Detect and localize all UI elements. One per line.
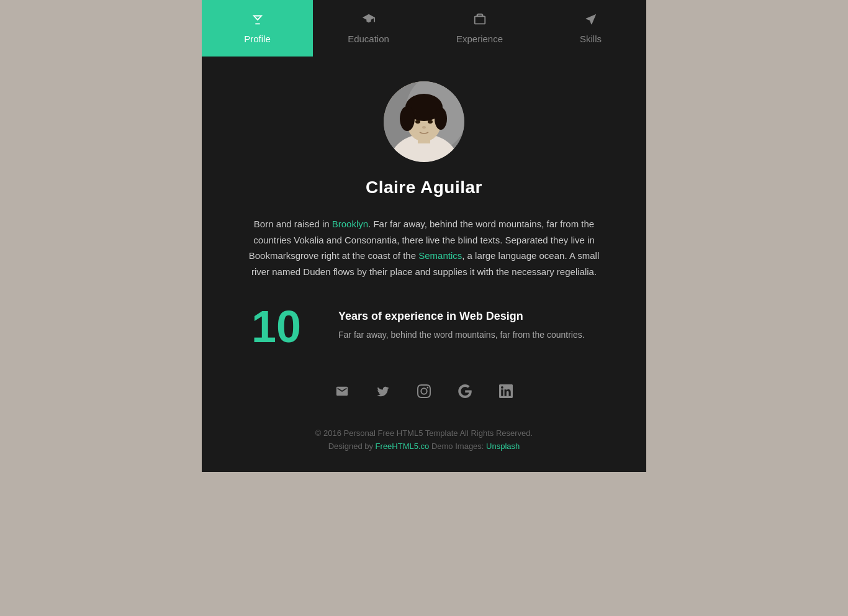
stat-title: Years of experience in Web Design — [338, 309, 585, 324]
person-name: Claire Aguilar — [202, 178, 646, 197]
skills-label: Skills — [580, 34, 602, 44]
page-wrapper: Profile Education Experience — [0, 0, 848, 616]
social-linkedin[interactable] — [495, 380, 517, 402]
svg-point-8 — [435, 107, 447, 130]
social-twitter[interactable] — [372, 380, 394, 402]
footer-freehtml5-link[interactable]: FreeHTML5.co — [376, 442, 430, 451]
social-email[interactable] — [331, 380, 353, 402]
footer-unsplash-link[interactable]: Unsplash — [486, 442, 520, 451]
nav-education[interactable]: Education — [313, 0, 424, 57]
nav-profile[interactable]: Profile — [202, 0, 313, 57]
avatar-image — [384, 81, 464, 162]
bio-text: Born and raised in Brooklyn. Far far awa… — [202, 216, 646, 279]
profile-icon — [251, 12, 264, 30]
svg-point-10 — [428, 120, 433, 124]
footer-demo-prefix: Demo Images: — [429, 442, 486, 451]
bio-link-semantics[interactable]: Semantics — [418, 250, 462, 261]
stat-description: Far far away, behind the word mountains,… — [338, 328, 585, 342]
social-google[interactable] — [454, 380, 476, 402]
nav-experience[interactable]: Experience — [424, 0, 535, 57]
avatar — [384, 81, 464, 162]
experience-icon — [473, 12, 487, 30]
stat-text: Years of experience in Web Design Far fa… — [338, 304, 585, 342]
profile-label: Profile — [244, 34, 271, 44]
footer-copyright: © 2016 Personal Free HTML5 Template All … — [202, 427, 646, 440]
svg-point-11 — [422, 126, 426, 129]
main-nav: Profile Education Experience — [202, 0, 646, 57]
svg-point-7 — [400, 106, 415, 131]
bio-part1: Born and raised in — [254, 219, 332, 229]
stats-section: 10 Years of experience in Web Design Far… — [202, 304, 646, 349]
footer-designed-prefix: Designed by — [328, 442, 376, 451]
avatar-section — [202, 81, 646, 162]
bio-link-brooklyn[interactable]: Brooklyn — [332, 219, 368, 229]
social-instagram[interactable] — [413, 380, 435, 402]
experience-label: Experience — [456, 34, 503, 44]
education-label: Education — [348, 34, 389, 44]
profile-card: Profile Education Experience — [202, 0, 646, 472]
stat-number: 10 — [251, 304, 326, 349]
skills-icon — [584, 12, 598, 30]
footer: © 2016 Personal Free HTML5 Template All … — [202, 427, 646, 453]
nav-skills[interactable]: Skills — [535, 0, 646, 57]
footer-designed-by: Designed by FreeHTML5.co Demo Images: Un… — [202, 440, 646, 453]
social-section — [202, 380, 646, 402]
svg-point-9 — [415, 120, 420, 124]
education-icon — [362, 12, 376, 30]
